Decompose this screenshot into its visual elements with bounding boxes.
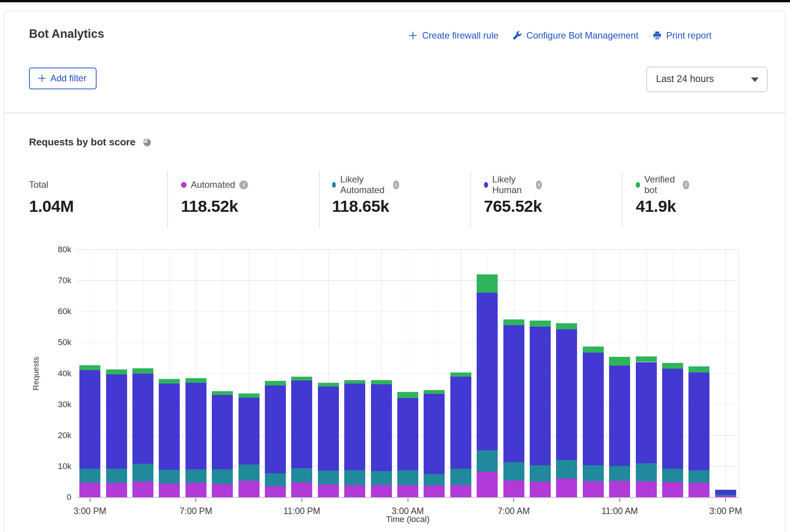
bar-segment-likely-automated[interactable] [344, 470, 365, 485]
bar-segment-likely-human[interactable] [371, 384, 392, 471]
bar-segment-likely-automated[interactable] [477, 450, 498, 472]
bar-segment-verified-bot[interactable] [556, 323, 577, 329]
bar-segment-verified-bot[interactable] [344, 380, 365, 384]
bar-segment-likely-human[interactable] [185, 383, 206, 469]
bar-segment-automated[interactable] [609, 481, 630, 497]
bar-segment-likely-automated[interactable] [636, 463, 657, 481]
bar-segment-automated[interactable] [450, 485, 471, 497]
bar-segment-likely-automated[interactable] [239, 464, 260, 481]
bar-segment-likely-human[interactable] [212, 395, 233, 469]
bar-segment-likely-automated[interactable] [212, 469, 233, 484]
bar-segment-likely-human[interactable] [556, 329, 577, 460]
bar-segment-likely-automated[interactable] [185, 469, 206, 483]
bar-segment-automated[interactable] [318, 484, 339, 497]
bar-segment-likely-human[interactable] [583, 353, 604, 465]
bar-segment-likely-automated[interactable] [397, 470, 418, 485]
bar-segment-automated[interactable] [477, 472, 498, 497]
bar-segment-likely-automated[interactable] [556, 460, 577, 479]
bar-segment-automated[interactable] [424, 485, 445, 497]
bar-segment-likely-automated[interactable] [503, 462, 524, 481]
bar-segment-verified-bot[interactable] [424, 390, 445, 394]
bar-segment-likely-human[interactable] [239, 398, 260, 464]
bar-segment-automated[interactable] [371, 485, 392, 497]
bar-segment-verified-bot[interactable] [239, 393, 260, 398]
info-icon[interactable]: i [393, 181, 399, 189]
bar-segment-likely-automated[interactable] [424, 474, 445, 485]
bar-segment-likely-human[interactable] [265, 385, 286, 473]
bar-segment-likely-automated[interactable] [265, 473, 286, 486]
bar-segment-likely-automated[interactable] [583, 465, 604, 481]
bar-segment-verified-bot[interactable] [291, 377, 312, 381]
bar-segment-likely-human[interactable] [636, 362, 657, 463]
bar-segment-likely-automated[interactable] [688, 470, 709, 482]
bar-segment-automated[interactable] [503, 480, 524, 497]
bar-segment-verified-bot[interactable] [318, 383, 339, 387]
bar-segment-automated[interactable] [636, 481, 657, 497]
bar-segment-likely-human[interactable] [503, 325, 524, 462]
bar-segment-verified-bot[interactable] [132, 368, 153, 374]
bar-segment-automated[interactable] [662, 482, 683, 497]
bar-segment-likely-automated[interactable] [450, 469, 471, 485]
bar-segment-likely-automated[interactable] [291, 468, 312, 482]
bar-segment-likely-automated[interactable] [609, 466, 630, 481]
bar-segment-likely-automated[interactable] [371, 471, 392, 485]
bar-segment-likely-automated[interactable] [132, 464, 153, 482]
bar-segment-verified-bot[interactable] [106, 369, 127, 374]
bar-segment-verified-bot[interactable] [79, 365, 100, 370]
bar-segment-verified-bot[interactable] [688, 366, 709, 372]
bar-segment-likely-human[interactable] [291, 380, 312, 468]
bar-segment-verified-bot[interactable] [371, 380, 392, 384]
bar-segment-automated[interactable] [291, 482, 312, 497]
bar-segment-likely-automated[interactable] [662, 469, 683, 482]
add-filter-button[interactable]: Add filter [29, 68, 97, 89]
bar-segment-likely-human[interactable] [397, 398, 418, 470]
bar-segment-verified-bot[interactable] [662, 363, 683, 369]
bar-segment-likely-human[interactable] [715, 490, 736, 495]
bar-segment-automated[interactable] [79, 483, 100, 497]
action-print-report[interactable]: Print report [652, 30, 712, 41]
bar-segment-automated[interactable] [583, 481, 604, 497]
bar-segment-automated[interactable] [344, 485, 365, 497]
bar-segment-automated[interactable] [556, 479, 577, 497]
info-icon[interactable]: i [683, 181, 689, 189]
action-configure-bot-management[interactable]: Configure Bot Management [512, 30, 638, 41]
bar-segment-likely-human[interactable] [79, 370, 100, 469]
bar-segment-automated[interactable] [397, 485, 418, 497]
bar-segment-verified-bot[interactable] [609, 357, 630, 366]
bar-segment-likely-human[interactable] [318, 387, 339, 471]
bar-segment-verified-bot[interactable] [397, 392, 418, 398]
bar-segment-automated[interactable] [688, 483, 709, 497]
bar-segment-likely-human[interactable] [609, 366, 630, 466]
bar-segment-automated[interactable] [185, 483, 206, 497]
bar-segment-automated[interactable] [159, 484, 180, 497]
bar-segment-verified-bot[interactable] [503, 319, 524, 325]
bar-segment-likely-human[interactable] [159, 384, 180, 470]
bar-segment-automated[interactable] [265, 486, 286, 497]
time-range-select[interactable]: Last 24 hours [647, 67, 767, 92]
bar-segment-likely-automated[interactable] [715, 495, 736, 496]
bar-segment-verified-bot[interactable] [450, 372, 471, 377]
bar-segment-automated[interactable] [530, 482, 551, 497]
bar-segment-verified-bot[interactable] [159, 379, 180, 384]
bar-segment-verified-bot[interactable] [185, 378, 206, 383]
bar-segment-verified-bot[interactable] [583, 347, 604, 353]
bar-segment-likely-automated[interactable] [79, 469, 100, 483]
bar-segment-likely-human[interactable] [132, 374, 153, 464]
bar-segment-likely-automated[interactable] [106, 469, 127, 483]
bar-segment-likely-human[interactable] [688, 372, 709, 470]
action-create-firewall-rule[interactable]: Create firewall rule [408, 30, 498, 41]
bar-segment-likely-human[interactable] [477, 293, 498, 450]
bar-segment-automated[interactable] [715, 496, 736, 497]
bar-segment-likely-human[interactable] [530, 327, 551, 465]
bar-segment-likely-automated[interactable] [318, 471, 339, 484]
bar-segment-verified-bot[interactable] [212, 391, 233, 395]
bar-segment-verified-bot[interactable] [265, 381, 286, 385]
bar-segment-likely-automated[interactable] [530, 465, 551, 482]
bar-segment-verified-bot[interactable] [636, 356, 657, 362]
bar-segment-likely-human[interactable] [450, 377, 471, 469]
info-icon[interactable]: i [536, 181, 542, 189]
bar-segment-verified-bot[interactable] [715, 490, 736, 490]
bar-segment-likely-human[interactable] [662, 369, 683, 469]
bar-segment-automated[interactable] [106, 483, 127, 497]
bar-segment-likely-human[interactable] [106, 374, 127, 469]
